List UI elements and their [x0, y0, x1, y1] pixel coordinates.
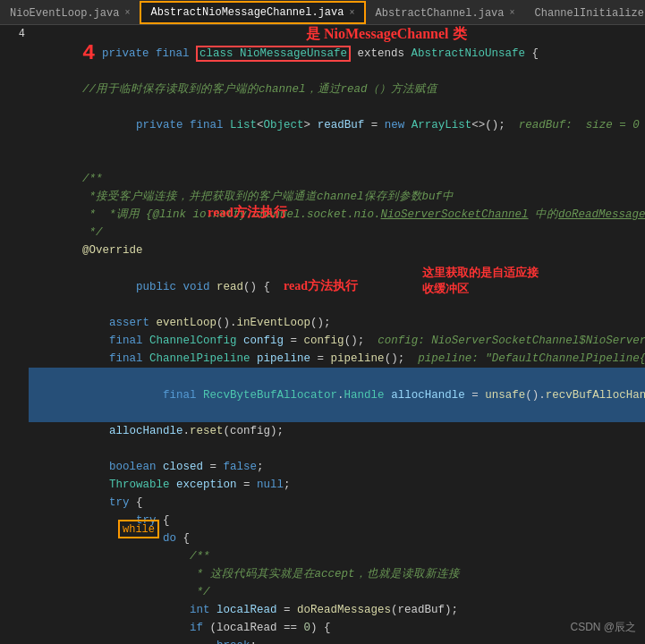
- code-line: */: [29, 583, 645, 601]
- close-icon[interactable]: ×: [349, 8, 354, 18]
- code-line: allocHandle.reset(config);: [29, 422, 645, 440]
- code-line: do {: [29, 530, 645, 547]
- tab-bar: NioEventLoop.java × AbstractNioMessageCh…: [0, 0, 645, 25]
- close-icon[interactable]: ×: [510, 8, 515, 18]
- code-line: //用于临时保存读取到的客户端的channel，通过read（）方法赋值: [29, 80, 645, 98]
- tab-label: NioEventLoop.java: [10, 7, 119, 20]
- code-line: break;: [29, 637, 645, 644]
- code-line: * 这段代码其实就是在accept，也就是读取新连接: [29, 565, 645, 583]
- code-line: /**: [29, 170, 645, 188]
- code-line: 4 private final class NioMessageUnsafe e…: [29, 25, 645, 80]
- app-container: NioEventLoop.java × AbstractNioMessageCh…: [0, 0, 645, 644]
- code-line: public void read() { read方法执行: [29, 259, 645, 314]
- read-annotation: read方法执行: [284, 279, 358, 292]
- code-line-highlighted: final RecvByteBufAllocator.Handle allocH…: [29, 368, 645, 422]
- code-line: *接受客户端连接，并把获取到的客户端通道channel保存到参数buf中: [29, 188, 645, 206]
- tab-abstractniomessagechannel[interactable]: AbstractNioMessageChannel.java ×: [140, 1, 365, 24]
- tab-label: AbstractNioMessageChannel.java: [150, 6, 344, 19]
- tab-label: ChannelInitializer.java: [535, 7, 645, 20]
- tab-channelinitializer[interactable]: ChannelInitializer.java ×: [525, 1, 645, 24]
- code-area[interactable]: 4: [0, 25, 645, 644]
- big-4: 4: [82, 41, 95, 65]
- tab-label: AbstractChannel.java: [376, 7, 505, 20]
- watermark: CSDN @辰之: [570, 620, 636, 635]
- code-line: [29, 152, 645, 170]
- class-highlight-box: class NioMessageUnsafe: [196, 46, 351, 62]
- code-line: try {: [29, 494, 645, 512]
- code-line: if (localRead == 0) {: [29, 619, 645, 637]
- close-icon[interactable]: ×: [124, 8, 130, 18]
- code-line: [29, 440, 645, 458]
- code-line: final ChannelConfig config = config(); c…: [29, 332, 645, 350]
- ln: 4: [0, 25, 29, 43]
- line-numbers: 4: [0, 25, 29, 644]
- code-line: * *调用 {@link io.netty.channel.socket.nio…: [29, 206, 645, 224]
- code-line: assert eventLoop().inEventLoop();: [29, 314, 645, 332]
- code-line: */: [29, 224, 645, 242]
- tab-nioeventloop[interactable]: NioEventLoop.java ×: [0, 1, 140, 24]
- code-line: boolean closed = false;: [29, 458, 645, 476]
- code-line: final ChannelPipeline pipeline = pipelin…: [29, 350, 645, 368]
- code-line: int localRead = doReadMessages(readBuf);: [29, 601, 645, 619]
- code-line: /**: [29, 547, 645, 565]
- code-lines: 是 NioMessageChannel 类 read方法执行 这里获取的是自适应…: [29, 25, 645, 644]
- code-line: Throwable exception = null;: [29, 476, 645, 494]
- tab-abstractchannel[interactable]: AbstractChannel.java ×: [366, 1, 525, 24]
- code-line: try {: [29, 512, 645, 530]
- code-line: private final List<Object> readBuf = new…: [29, 98, 645, 152]
- code-line: @Override: [29, 242, 645, 259]
